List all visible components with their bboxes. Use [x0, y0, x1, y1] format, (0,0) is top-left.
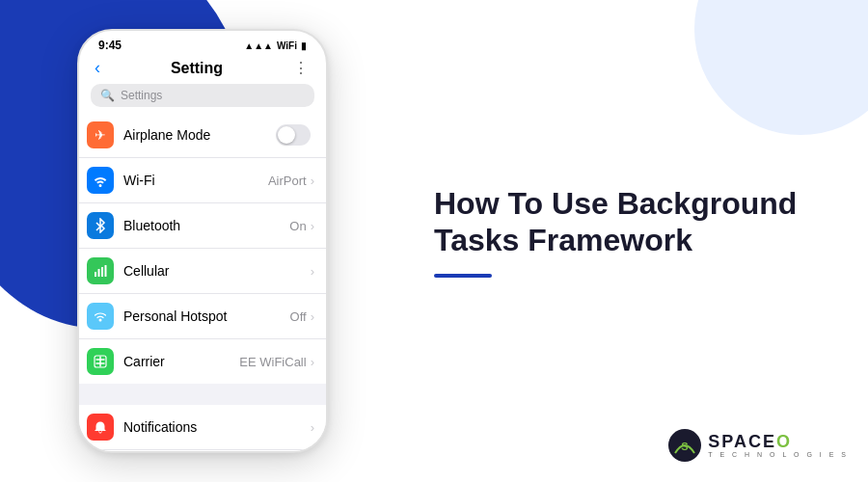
cellular-icon	[87, 257, 114, 284]
wifi-label: Wi-Fi	[123, 173, 268, 188]
status-time: 9:45	[98, 39, 122, 52]
section-divider	[79, 384, 326, 405]
status-icons: ▲▲▲ WiFi ▮	[244, 40, 307, 51]
main-layout: 9:45 ▲▲▲ WiFi ▮ ‹ Setting ⋮ 🔍 Settings	[0, 0, 868, 482]
more-button[interactable]: ⋮	[293, 59, 311, 77]
logo-brand-name: SPACEO	[708, 433, 849, 450]
svg-rect-1	[98, 269, 100, 277]
phone-header: ‹ Setting ⋮	[79, 56, 326, 84]
signal-icon: ▲▲▲	[244, 40, 273, 51]
settings-group-1: ✈ Airplane Mode Wi-Fi AirPort ›	[79, 113, 326, 384]
carrier-icon	[87, 348, 114, 375]
article-title: How To Use Background Tasks Framework	[434, 185, 820, 259]
airplane-icon: ✈	[87, 121, 114, 148]
settings-page-title: Setting	[171, 60, 223, 77]
logo-area: S SPACEO T E C H N O L O G I E S	[667, 428, 849, 463]
hotspot-value: Off	[290, 309, 307, 324]
bluetooth-value: On	[289, 219, 306, 233]
search-icon: 🔍	[100, 89, 115, 102]
settings-item-airplane[interactable]: ✈ Airplane Mode	[79, 113, 326, 158]
notifications-label: Notifications	[123, 419, 311, 435]
cellular-chevron: ›	[311, 264, 314, 279]
notifications-icon	[87, 414, 114, 441]
toggle-knob	[278, 126, 295, 144]
settings-item-cellular[interactable]: Cellular ›	[79, 249, 326, 294]
settings-item-notifications[interactable]: Notifications ›	[79, 405, 326, 450]
airplane-toggle[interactable]	[276, 124, 311, 146]
phone-mockup: 9:45 ▲▲▲ WiFi ▮ ‹ Setting ⋮ 🔍 Settings	[77, 29, 328, 453]
search-bar[interactable]: 🔍 Settings	[91, 84, 314, 107]
settings-item-carrier[interactable]: Carrier EE WiFiCall ›	[79, 339, 326, 384]
wifi-settings-icon	[87, 167, 114, 194]
carrier-value: EE WiFiCall	[239, 355, 306, 369]
wifi-value: AirPort	[268, 174, 307, 188]
logo-svg-icon: S	[667, 428, 702, 463]
bluetooth-icon	[87, 212, 114, 239]
wifi-icon: WiFi	[277, 40, 297, 51]
airplane-label: Airplane Mode	[123, 127, 276, 143]
wifi-chevron: ›	[311, 174, 314, 188]
svg-point-4	[99, 319, 102, 322]
search-placeholder: Settings	[121, 89, 162, 102]
article-title-line1: How To Use Background	[434, 186, 797, 221]
notifications-chevron: ›	[311, 420, 314, 435]
settings-item-hotspot[interactable]: Personal Hotspot Off ›	[79, 294, 326, 339]
left-panel: 9:45 ▲▲▲ WiFi ▮ ‹ Setting ⋮ 🔍 Settings	[0, 0, 405, 482]
battery-icon: ▮	[301, 40, 307, 51]
logo-tagline: T E C H N O L O G I E S	[708, 451, 849, 458]
svg-rect-0	[95, 272, 96, 277]
cellular-label: Cellular	[123, 263, 311, 279]
settings-item-wifi[interactable]: Wi-Fi AirPort ›	[79, 158, 326, 203]
settings-item-bluetooth[interactable]: Bluetooth On ›	[79, 203, 326, 249]
hotspot-label: Personal Hotspot	[123, 308, 290, 324]
bluetooth-label: Bluetooth	[123, 218, 289, 233]
carrier-chevron: ›	[311, 355, 314, 369]
settings-item-control-center[interactable]: Control Center ›	[79, 450, 326, 453]
logo-text: SPACEO T E C H N O L O G I E S	[708, 433, 849, 458]
settings-group-2: Notifications › Control Center ›	[79, 405, 326, 453]
logo-o: O	[776, 432, 792, 451]
right-panel: How To Use Background Tasks Framework S …	[405, 0, 868, 482]
phone-status-bar: 9:45 ▲▲▲ WiFi ▮	[79, 31, 326, 56]
svg-rect-2	[101, 267, 103, 277]
hotspot-icon	[87, 303, 114, 330]
svg-rect-3	[105, 265, 107, 277]
bluetooth-chevron: ›	[311, 219, 314, 233]
hotspot-chevron: ›	[311, 309, 314, 324]
article-title-line2: Tasks Framework	[434, 223, 692, 257]
article-underline	[434, 274, 492, 278]
carrier-label: Carrier	[123, 354, 239, 369]
back-button[interactable]: ‹	[95, 58, 100, 78]
